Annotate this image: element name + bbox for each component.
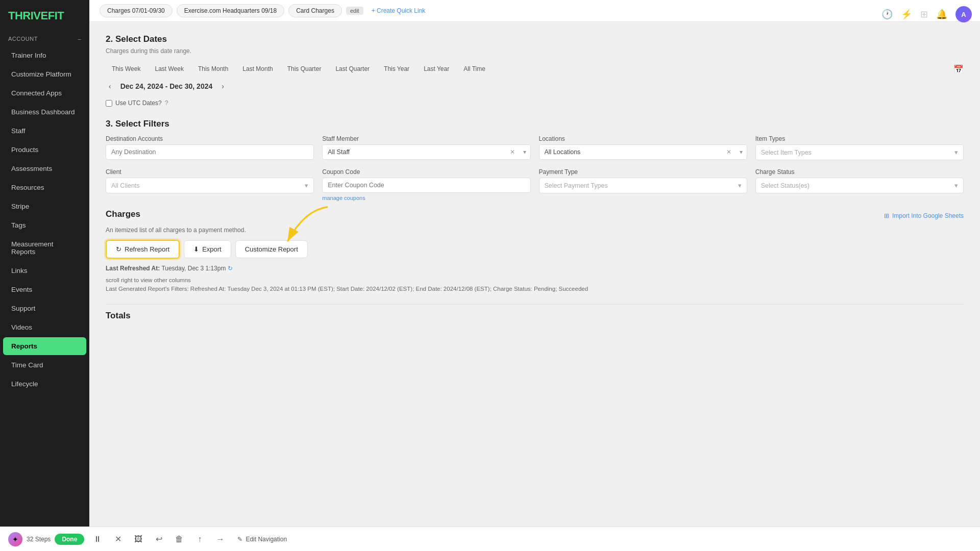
charges-title: Charges [106, 209, 140, 219]
sidebar-item-connected-apps[interactable]: Connected Apps [3, 84, 86, 102]
undo-icon[interactable]: ↩ [152, 532, 166, 546]
sidebar-item-stripe[interactable]: Stripe [3, 197, 86, 215]
logo: THRIVEFIT [0, 0, 89, 32]
action-buttons: ↻ Refresh Report ⬇ Export Customize Repo… [106, 240, 964, 259]
avatar[interactable]: A [955, 6, 972, 22]
sidebar-item-trainer-info[interactable]: Trainer Info [3, 46, 86, 64]
customize-report-button[interactable]: Customize Report [235, 240, 308, 258]
bottom-bar: ✦ 32 Steps Done ⏸ ✕ 🖼 ↩ 🗑 ↑ → ✎ Edit Nav… [0, 527, 980, 551]
select-dates-subtitle: Charges during this date range. [106, 47, 964, 55]
utc-check-row: Use UTC Dates? ? [106, 99, 964, 107]
locations-clear-icon[interactable]: ✕ [722, 146, 736, 158]
sidebar-item-assessments[interactable]: Assessments [3, 160, 86, 178]
refresh-small-icon[interactable]: ↻ [228, 265, 233, 272]
utc-label[interactable]: Use UTC Dates? [115, 99, 162, 107]
client-select[interactable]: All Clients ▾ [106, 178, 314, 193]
sidebar-item-reports[interactable]: Reports [3, 337, 86, 355]
sidebar-item-events[interactable]: Events [3, 281, 86, 298]
date-range-label: Dec 24, 2024 - Dec 30, 2024 [120, 82, 213, 90]
quick-link-headquarters[interactable]: Exercise.com Headquarters 09/18 [177, 4, 284, 17]
sidebar-item-staff[interactable]: Staff [3, 122, 86, 140]
payment-type-select[interactable]: Select Payment Types ▾ [539, 178, 747, 193]
item-types-select[interactable]: Select Item Types ▾ [755, 144, 964, 160]
staff-chevron-icon[interactable]: ▾ [519, 146, 530, 158]
pause-icon[interactable]: ⏸ [90, 532, 105, 546]
filter-charge-status: Charge Status Select Status(es) ▾ [755, 168, 964, 201]
report-info: scroll right to view other columns Last … [106, 276, 964, 294]
sidebar-item-lifecycle[interactable]: Lifecycle [3, 375, 86, 393]
locations-select-wrapper: ✕ ▾ [539, 144, 747, 160]
grid-icon[interactable]: ⊞ [920, 9, 928, 20]
bell-icon[interactable]: 🔔 [936, 9, 947, 20]
import-google-sheets-button[interactable]: ⊞ Import Into Google Sheets [884, 212, 964, 219]
staff-input[interactable] [323, 145, 505, 159]
sidebar-item-measurement-reports[interactable]: Measurement Reports [3, 235, 86, 261]
charge-status-select[interactable]: Select Status(es) ▾ [755, 178, 964, 193]
steps-icon: ✦ [8, 532, 22, 546]
filter-destination: Destination Accounts [106, 135, 314, 160]
date-tab-last-quarter[interactable]: Last Quarter [329, 63, 376, 75]
date-next-button[interactable]: › [218, 81, 227, 91]
item-types-label: Item Types [755, 135, 964, 142]
date-tab-this-week[interactable]: This Week [106, 63, 146, 75]
date-prev-button[interactable]: ‹ [106, 81, 114, 91]
last-refreshed: Last Refreshed At: Tuesday, Dec 3 1:13pm… [106, 265, 964, 272]
trash-icon[interactable]: 🗑 [172, 532, 186, 546]
coupon-input[interactable] [322, 178, 530, 193]
forward-icon[interactable]: → [213, 532, 227, 546]
edit-badge[interactable]: edit [346, 7, 363, 15]
action-area: ↻ Refresh Report ⬇ Export Customize Repo… [106, 240, 964, 259]
sidebar-item-products[interactable]: Products [3, 141, 86, 159]
payment-type-chevron-icon: ▾ [738, 182, 742, 189]
sidebar-item-resources[interactable]: Resources [3, 179, 86, 196]
sidebar-item-support[interactable]: Support [3, 299, 86, 317]
calendar-icon[interactable]: 📅 [953, 64, 964, 74]
charge-status-label: Charge Status [755, 168, 964, 176]
locations-chevron-icon[interactable]: ▾ [736, 146, 747, 158]
steps-count: 32 Steps [27, 536, 51, 543]
date-tabs: This Week Last Week This Month Last Mont… [106, 63, 964, 75]
utc-checkbox[interactable] [106, 100, 112, 107]
done-button[interactable]: Done [55, 534, 84, 545]
sidebar-item-links[interactable]: Links [3, 262, 86, 280]
date-tab-this-month[interactable]: This Month [192, 63, 234, 75]
date-tab-this-year[interactable]: This Year [378, 63, 415, 75]
filter-staff: Staff Member ✕ ▾ [322, 135, 530, 160]
export-button[interactable]: ⬇ Export [184, 240, 231, 258]
quick-link-card-charges[interactable]: Card Charges [288, 4, 342, 17]
create-quick-link[interactable]: + Create Quick Link [372, 7, 426, 14]
edit-navigation[interactable]: ✎ Edit Navigation [237, 536, 287, 543]
date-tab-all-time[interactable]: All Time [457, 63, 492, 75]
manage-coupons-link[interactable]: manage coupons [322, 195, 530, 201]
date-tab-last-month[interactable]: Last Month [236, 63, 279, 75]
date-tab-last-year[interactable]: Last Year [418, 63, 455, 75]
sidebar-item-business-dashboard[interactable]: Business Dashboard [3, 103, 86, 121]
filter-item-types: Item Types Select Item Types ▾ [755, 135, 964, 160]
date-tab-this-quarter[interactable]: This Quarter [281, 63, 328, 75]
utc-help-icon[interactable]: ? [165, 99, 168, 107]
sidebar: THRIVEFIT Account – Trainer Info Customi… [0, 0, 89, 551]
top-nav: Charges 07/01-09/30 Exercise.com Headqua… [89, 0, 980, 22]
filter-coupon: Coupon Code manage coupons [322, 168, 530, 201]
locations-input[interactable] [540, 145, 722, 159]
sidebar-section: Account – [0, 32, 89, 46]
stop-icon[interactable]: ✕ [111, 532, 125, 546]
date-tab-last-week[interactable]: Last Week [149, 63, 189, 75]
clock-icon[interactable]: 🕐 [881, 9, 893, 20]
item-types-chevron-icon: ▾ [954, 148, 958, 156]
up-icon[interactable]: ↑ [192, 532, 207, 546]
sidebar-item-tags[interactable]: Tags [3, 216, 86, 234]
sidebar-item-time-card[interactable]: Time Card [3, 356, 86, 374]
refresh-report-button[interactable]: ↻ Refresh Report [106, 240, 180, 259]
sidebar-item-customize-platform[interactable]: Customize Platform [3, 65, 86, 83]
filters-grid-row2: Client All Clients ▾ Coupon Code manage … [106, 168, 964, 201]
image-icon[interactable]: 🖼 [131, 532, 145, 546]
charges-description: An itemized list of all charges to a pay… [106, 227, 964, 234]
staff-clear-icon[interactable]: ✕ [506, 146, 519, 158]
lightning-icon[interactable]: ⚡ [901, 9, 912, 20]
sidebar-item-videos[interactable]: Videos [3, 318, 86, 336]
locations-label: Locations [539, 135, 747, 142]
main-area: Charges 07/01-09/30 Exercise.com Headqua… [89, 0, 980, 551]
quick-link-charges[interactable]: Charges 07/01-09/30 [100, 4, 173, 17]
destination-input[interactable] [106, 144, 314, 160]
